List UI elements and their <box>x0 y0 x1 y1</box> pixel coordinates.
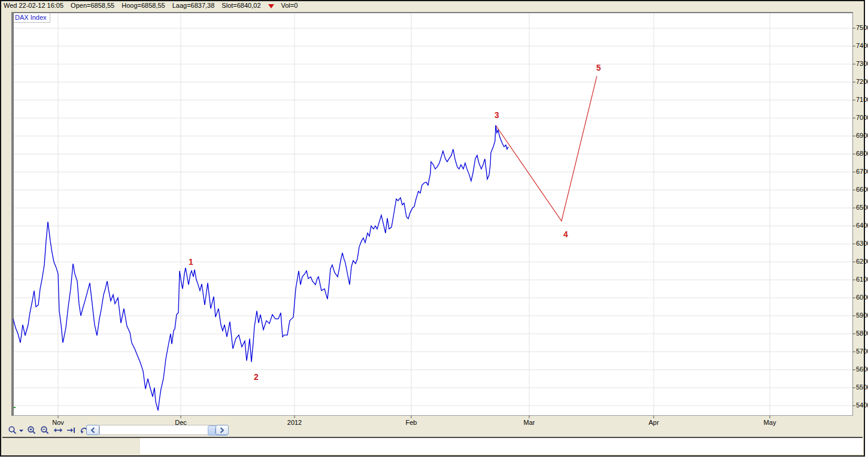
bottom-strip-left-panel <box>2 438 140 454</box>
status-datetime: Wed 22-02-12 16:05 <box>4 2 63 9</box>
magnifier-dropdown-caret[interactable] <box>18 425 24 436</box>
dropdown-caret-icon <box>19 428 24 433</box>
x-axis-label: May <box>764 419 776 426</box>
x-axis-label: Apr <box>648 419 658 426</box>
x-axis-label: Feb <box>406 419 417 426</box>
x-axis-label: Mar <box>524 419 535 426</box>
magnifier-icon <box>8 425 17 435</box>
y-axis-label: 7100 <box>856 96 868 103</box>
y-axis-label: 5700 <box>856 348 868 355</box>
y-axis-label: 5900 <box>856 312 868 319</box>
y-axis-label: 7200 <box>856 78 868 85</box>
y-axis-label: 7500 <box>856 24 868 31</box>
screenshot-canvas: Wed 22-02-12 16:05Open=6858,55Hoog=6858,… <box>0 0 868 459</box>
y-axis-label: 7300 <box>856 60 868 67</box>
y-axis-label: 6600 <box>856 186 868 193</box>
y-axis-label: 6000 <box>856 294 868 301</box>
window-bottom-strip <box>2 438 863 454</box>
y-axis-label: 7000 <box>856 114 868 121</box>
status-bar: Wed 22-02-12 16:05Open=6858,55Hoog=6858,… <box>2 2 863 11</box>
expand-horizontal-icon <box>53 425 63 435</box>
status-slot: Slot=6840,02 <box>221 2 260 9</box>
y-axis-label: 6200 <box>856 258 868 265</box>
volume-down-arrow-icon <box>268 4 274 8</box>
status-open: Open=6858,55 <box>71 2 114 9</box>
zoom-out-icon <box>40 425 50 435</box>
scroll-to-end-button[interactable] <box>66 425 77 436</box>
scroll-left-button[interactable] <box>86 425 99 435</box>
expand-horizontal-button[interactable] <box>53 425 63 436</box>
y-axis-label: 5500 <box>856 383 868 391</box>
scroll-right-button[interactable] <box>216 425 229 435</box>
chart-plot-area[interactable] <box>11 12 853 416</box>
magnifier-menu-button[interactable] <box>7 425 18 436</box>
horizontal-scrollbar <box>86 425 229 435</box>
status-laag: Laag=6837,38 <box>172 2 215 9</box>
y-axis-label: 6300 <box>856 240 868 247</box>
y-axis-label: 6400 <box>856 222 868 229</box>
y-axis-label: 5800 <box>856 330 868 337</box>
zoom-out-button[interactable] <box>40 425 50 436</box>
chart-application-window: Wed 22-02-12 16:05Open=6858,55Hoog=6858,… <box>0 0 865 457</box>
scrollbar-track[interactable] <box>99 425 216 435</box>
y-axis-label: 7400 <box>856 42 868 49</box>
arrow-to-bar-icon <box>66 425 76 435</box>
y-axis-label: 6700 <box>856 168 868 175</box>
y-axis-label: 6900 <box>856 132 868 139</box>
chevron-left-icon <box>90 427 95 433</box>
y-axis-label: 5600 <box>856 366 868 373</box>
y-axis-label: 6100 <box>856 276 868 283</box>
status-hoog: Hoog=6858,55 <box>122 2 165 9</box>
zoom-in-button[interactable] <box>26 425 37 436</box>
zoom-in-icon <box>27 425 37 435</box>
instrument-legend: DAX Index <box>14 13 50 23</box>
y-axis-label: 6500 <box>856 204 868 211</box>
status-vol: Vol=0 <box>281 2 298 9</box>
chevron-right-icon <box>220 427 224 433</box>
x-axis-label: 2012 <box>287 419 302 426</box>
y-axis-label: 6800 <box>856 150 868 157</box>
y-axis-label: 5400 <box>856 401 868 409</box>
